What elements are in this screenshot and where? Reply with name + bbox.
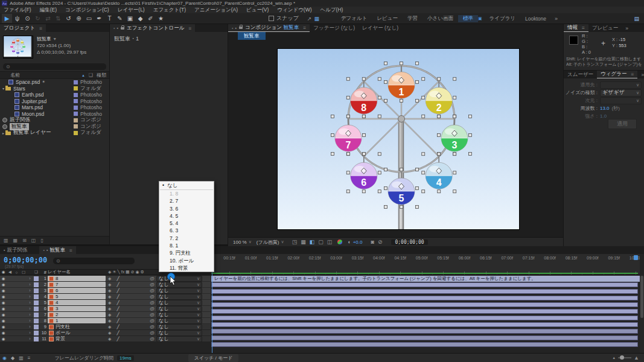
layer-bar-row[interactable]: [211, 342, 640, 348]
expand-layer-arrow[interactable]: ›: [27, 300, 33, 305]
layer-switches[interactable]: ◈╱: [106, 313, 148, 317]
tab-info[interactable]: 情報 ≡: [564, 24, 588, 32]
dropdown-item[interactable]: 2. 7: [159, 197, 214, 205]
video-visibility-toggle[interactable]: ◉: [0, 276, 7, 281]
video-visibility-toggle[interactable]: ◉: [0, 282, 7, 287]
switches-modes-toggle[interactable]: スイッチ / モード: [188, 354, 239, 362]
zoom-tool-icon[interactable]: ⊙: [22, 14, 33, 23]
layer-duration-bar[interactable]: [211, 316, 638, 320]
current-timecode[interactable]: 0;00;00;00: [4, 256, 47, 264]
label-color-swatch[interactable]: [74, 93, 78, 97]
collapse-switch-icon[interactable]: ╱: [116, 300, 119, 305]
layer-name-cell[interactable]: 5: [48, 294, 106, 299]
bit-depth-icon[interactable]: ▦: [13, 238, 18, 243]
panel-overflow-icon[interactable]: »: [622, 24, 632, 32]
parent-pickwhip-icon[interactable]: @: [148, 300, 156, 305]
sort-ascending-icon[interactable]: ▲: [81, 74, 85, 77]
expand-layer-arrow[interactable]: ›: [27, 282, 33, 287]
roto-brush-tool-icon[interactable]: ✐: [145, 14, 156, 23]
project-item-name[interactable]: 観覧車 レイヤー: [13, 129, 51, 136]
collapse-switch-icon[interactable]: ╱: [116, 276, 119, 281]
grid-guides-icon[interactable]: ◳: [292, 239, 298, 245]
layer-duration-bar[interactable]: [211, 335, 638, 340]
layer-bar-row[interactable]: [211, 296, 640, 302]
quality-switch-icon[interactable]: ◈: [108, 331, 111, 335]
label-color-swatch[interactable]: [74, 124, 78, 129]
layer-duration-bar[interactable]: [211, 329, 638, 334]
parent-select[interactable]: なし∨: [156, 312, 202, 318]
panel-menu-icon[interactable]: ≡: [188, 25, 191, 31]
layer-duration-bar[interactable]: [211, 342, 638, 347]
video-visibility-toggle[interactable]: ◉: [0, 306, 7, 311]
parent-select[interactable]: なし∨: [156, 330, 202, 336]
parent-pickwhip-icon[interactable]: @: [148, 276, 156, 281]
label-color-swatch[interactable]: [74, 86, 78, 91]
collapse-switch-icon[interactable]: ╱: [116, 325, 119, 329]
expand-layer-arrow[interactable]: ›: [27, 288, 33, 293]
workspace-overflow-icon[interactable]: »: [555, 16, 558, 22]
dropdown-item[interactable]: 6. 3: [159, 227, 214, 234]
project-item-name[interactable]: Jupiter.psd: [22, 98, 46, 104]
layer-label-swatch[interactable]: [33, 306, 40, 311]
label-color-swatch[interactable]: [74, 80, 78, 84]
quality-switch-icon[interactable]: ◈: [108, 319, 111, 323]
tab-preview[interactable]: プレビュー: [588, 24, 622, 32]
preview-flag-icon[interactable]: ▼: [53, 37, 57, 41]
layer-switches[interactable]: ◈╱: [106, 325, 148, 329]
label-color-swatch[interactable]: [74, 118, 78, 122]
layer-bar-row[interactable]: [211, 309, 640, 315]
hand-tool-icon[interactable]: ψ: [12, 14, 22, 23]
dropdown-item[interactable]: 10. ボール: [159, 257, 214, 264]
parent-select[interactable]: なし∨: [156, 288, 202, 294]
shrink-toolbar-icon[interactable]: ↗: [307, 16, 312, 22]
eraser-tool-icon[interactable]: ◆: [135, 14, 145, 23]
parent-select[interactable]: なし∨: [156, 336, 202, 342]
panel-menu-icon[interactable]: ≡: [69, 247, 72, 253]
apply-button[interactable]: 適用: [608, 119, 637, 129]
video-visibility-toggle[interactable]: ◉: [0, 331, 7, 335]
layer-row[interactable]: ◉›9円支柱◈╱@なし∨: [0, 324, 211, 330]
dolly-camera-tool-icon[interactable]: ⇅: [53, 14, 63, 23]
pan-camera-tool-icon[interactable]: ⇄: [43, 14, 53, 23]
dropdown-item[interactable]: 7. 2: [159, 235, 214, 242]
apply-to-select[interactable]: ∨: [600, 81, 642, 89]
parent-select[interactable]: なし∨: [156, 300, 202, 306]
viewer-timecode[interactable]: 0;00;00;00: [391, 240, 427, 245]
video-visibility-toggle[interactable]: ◉: [0, 319, 7, 323]
layer-bar-row[interactable]: レイヤーを親の位置に移動するには、Shift キーを押したままにします。子のトラ…: [211, 276, 640, 282]
layer-row[interactable]: ◉›63◈╱@なし∨: [0, 306, 211, 312]
layer-name-cell[interactable]: ボール: [48, 330, 106, 335]
layer-label-swatch[interactable]: [33, 288, 40, 293]
layer-row[interactable]: ◉›45◈╱@なし∨: [0, 294, 211, 300]
quality-switch-icon[interactable]: ◈: [108, 276, 111, 281]
layer-duration-bar[interactable]: [211, 302, 638, 307]
layer-switches[interactable]: ◈╱: [106, 300, 148, 305]
layer-row[interactable]: ◉›18◈╱@なし∨: [0, 276, 211, 282]
layer-duration-bar[interactable]: [211, 309, 638, 314]
expand-layer-arrow[interactable]: ›: [27, 325, 33, 329]
video-visibility-toggle[interactable]: ◉: [0, 300, 7, 305]
layer-switches[interactable]: ◈╱: [106, 331, 148, 335]
collapse-switch-icon[interactable]: ╱: [116, 313, 119, 317]
parent-select[interactable]: なし∨: [156, 306, 202, 312]
layer-name-cell[interactable]: 背景: [48, 336, 106, 341]
layer-duration-bar[interactable]: [211, 282, 638, 287]
project-search-input[interactable]: ⊙: [3, 63, 106, 70]
quality-switch-icon[interactable]: ◈: [108, 325, 111, 329]
layer-label-swatch[interactable]: [33, 313, 40, 317]
collapse-switch-icon[interactable]: ╱: [116, 319, 119, 323]
video-visibility-toggle[interactable]: ◉: [0, 313, 7, 317]
parent-pickwhip-icon[interactable]: @: [148, 330, 156, 335]
type-tool-icon[interactable]: T: [104, 14, 115, 23]
layer-switches[interactable]: ◈╱: [106, 337, 148, 341]
label-column-icon[interactable]: ❏: [89, 72, 93, 78]
layer-name-cell[interactable]: 円支柱: [48, 324, 106, 329]
label-color-swatch[interactable]: [74, 131, 78, 135]
menu-f[interactable]: ファイル(F): [4, 7, 31, 14]
tab-smoother[interactable]: スムーザー: [564, 71, 597, 78]
label-color-swatch[interactable]: [74, 99, 78, 103]
dropdown-item[interactable]: 5. 4: [159, 220, 214, 227]
frame-blending-icon[interactable]: ≡: [28, 355, 31, 361]
workspace-レビュー[interactable]: レビュー: [372, 15, 403, 22]
workspace-標準[interactable]: 標準: [458, 15, 478, 22]
